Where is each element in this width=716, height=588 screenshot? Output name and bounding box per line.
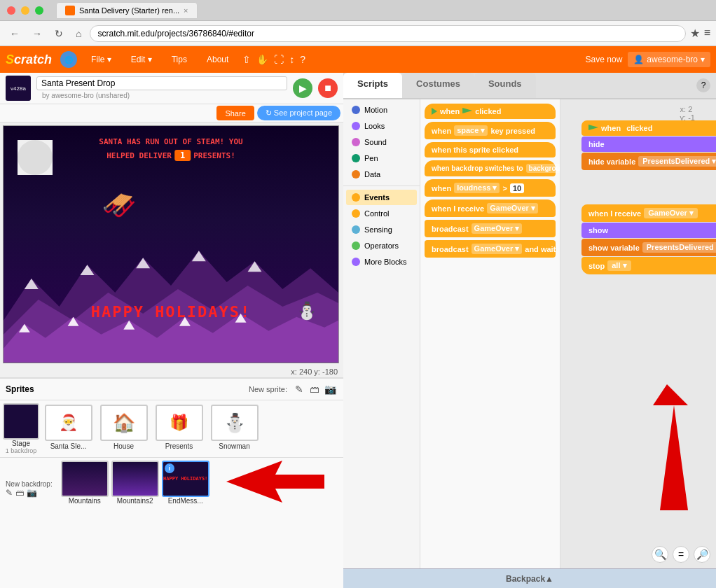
red-arrow-workspace-svg [576,384,688,510]
maximize-button[interactable] [35,6,43,15]
backdrop-item-endmess[interactable]: i HAPPY HOLIDAYS! EndMess... [162,461,209,517]
block-when-sprite-clicked[interactable]: when this sprite clicked [425,142,556,158]
paint-sprite-button[interactable]: ✎ [291,382,307,397]
star-icon[interactable]: ★ [690,27,700,40]
loudness-dropdown[interactable]: loudness ▾ [454,183,500,193]
block-when-space-key[interactable]: when space ▾ key pressed [425,122,556,139]
address-bar[interactable] [90,25,685,42]
ws-variable-dropdown-1[interactable]: PresentsDelivered ▾ [638,156,716,167]
tab-scripts[interactable]: Scripts [343,73,402,98]
user-area[interactable]: 👤 awesome-bro ▾ [628,52,710,67]
game-canvas: SANTA HAS RUN OUT OF STEAM! YOU HELPED D… [3,125,339,363]
block-when-loudness[interactable]: when loudness ▾ > 10 [425,179,556,197]
minimize-button[interactable] [21,6,29,15]
backdrop-item-mountains2[interactable]: Mountains2 [111,461,159,517]
ws-hide[interactable]: hide [581,136,716,152]
ws-stop-dropdown[interactable]: all ▾ [607,260,631,271]
category-looks[interactable]: Looks [346,118,417,134]
ws-stop-all[interactable]: stop all ▾ [581,257,716,274]
block-broadcast-wait[interactable]: broadcast GameOver ▾ and wait [425,240,556,258]
sprite-item-santa[interactable]: 🎅 Santa Sle... [42,403,95,451]
paint-backdrop-icon[interactable]: ✎ [6,488,13,498]
category-control[interactable]: Control [346,206,417,221]
file-menu[interactable]: File ▾ [85,52,117,67]
category-events[interactable]: Events [346,190,417,205]
ws-show[interactable]: show [581,223,716,238]
ws-when-receive[interactable]: when I receive GameOver ▾ [581,204,716,222]
stage-title-input[interactable] [36,76,287,90]
zoom-reset-button[interactable]: = [673,546,689,563]
upload-icon[interactable]: ⇧ [242,54,251,65]
stamp-sprite-button[interactable]: 🗃 [307,382,322,397]
help-icon[interactable]: ? [696,78,710,92]
stage-header: v428a by awesome-bro (unshared) ▶ ■ [0,73,343,104]
ws-variable-dropdown-2[interactable]: PresentsDelivered ▾ [642,242,716,253]
loudness-value[interactable]: 10 [510,183,524,193]
ws-receive-dropdown[interactable]: GameOver ▾ [644,208,698,218]
browser-nav: ← → ↻ ⌂ ★ ≡ [0,21,716,46]
forward-button[interactable]: → [28,27,46,41]
category-sensing[interactable]: Sensing [346,222,417,237]
zoom-in-button[interactable]: 🔎 [694,546,710,563]
backpack-bar[interactable]: Backpack ▲ [343,568,716,588]
close-button[interactable] [7,6,15,15]
category-motion[interactable]: Motion [346,102,417,118]
sprite-item-house[interactable]: 🏠 House [97,403,150,451]
key-dropdown[interactable]: space ▾ [454,125,488,136]
arrows-icon[interactable]: ↕ [289,54,294,65]
backdrop-item-mountains1[interactable]: Mountains [61,461,109,517]
tips-menu[interactable]: Tips [166,52,193,67]
ws-show-variable[interactable]: show variable PresentsDelivered ▾ [581,239,716,256]
block-when-backdrop-switches[interactable]: when backdrop switches to backgrou ▾ [425,160,556,176]
zoom-out-button[interactable]: 🔍 [652,546,668,563]
help-icon[interactable]: ? [300,54,305,65]
share-button[interactable]: Share [216,106,254,120]
green-flag-button[interactable]: ▶ [293,78,312,98]
broadcast-wait-dropdown[interactable]: GameOver ▾ [471,244,523,254]
home-button[interactable]: ⌂ [71,27,85,41]
hand-icon[interactable]: ✋ [256,54,268,65]
category-data[interactable]: Data [346,167,417,182]
menu-icon[interactable]: ≡ [704,27,710,40]
category-sound[interactable]: Sound [346,134,417,150]
sprite-item-snowman[interactable]: ⛄ Snowman [208,403,261,451]
help-button[interactable]: ? [691,73,716,98]
category-operators-label: Operators [364,241,399,250]
see-project-button[interactable]: ↻ See project page [257,106,340,120]
user-dropdown-icon: ▾ [701,55,705,64]
tab-sounds[interactable]: Sounds [474,73,536,98]
ws-hide-variable[interactable]: hide variable PresentsDelivered ▾ [581,153,716,170]
fullscreen-icon[interactable]: ⛶ [274,54,284,65]
category-more-blocks[interactable]: More Blocks [346,254,417,270]
broadcast-dropdown[interactable]: GameOver ▾ [471,223,523,234]
stop-button[interactable]: ■ [318,78,338,98]
camera-backdrop-icon[interactable]: 📷 [27,488,37,498]
camera-sprite-button[interactable]: 📷 [322,382,338,397]
receive-dropdown[interactable]: GameOver ▾ [487,203,538,214]
back-button[interactable]: ← [6,27,24,41]
blocks-palette: when clicked when space ▾ key pressed wh… [420,99,560,568]
sound-dot [352,138,360,146]
category-looks-label: Looks [364,122,385,130]
ws-when-clicked-1[interactable]: when clicked [581,120,716,136]
category-pen[interactable]: Pen [346,150,417,166]
refresh-button[interactable]: ↻ [50,27,67,41]
tab-costumes[interactable]: Costumes [402,73,474,98]
block-when-receive[interactable]: when I receive GameOver ▾ [425,200,556,217]
block-broadcast[interactable]: broadcast GameOver ▾ [425,220,556,237]
globe-icon[interactable]: 🌐 [60,51,77,68]
data-dot [352,170,360,178]
more-blocks-dot [352,258,360,266]
browser-tab[interactable]: Santa Delivery (Starter) ren... × [56,2,198,19]
category-operators[interactable]: Operators [346,238,417,253]
file-backdrop-icon[interactable]: 🗃 [15,488,24,498]
save-now-button[interactable]: Save now [586,55,623,64]
backdrop-dropdown[interactable]: backgrou ▾ [526,164,560,173]
sprite-item-presents[interactable]: 🎁 Presents [153,403,205,451]
stage-sprite-item[interactable]: Stage 1 backdrop [3,403,39,454]
tab-close-icon[interactable]: × [184,6,188,15]
edit-menu[interactable]: Edit ▾ [125,52,158,67]
about-menu[interactable]: About [201,52,234,67]
sprites-panel: Sprites New sprite: ✎ 🗃 📷 Stage 1 backdr… [0,377,343,588]
block-when-clicked[interactable]: when clicked [425,104,556,119]
